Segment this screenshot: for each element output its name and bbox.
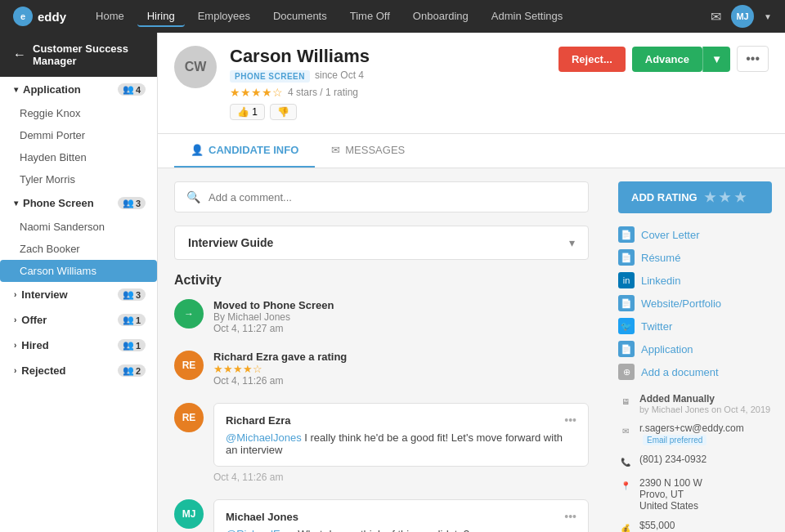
mail-icon[interactable]: ✉ (711, 9, 721, 25)
sidebar-stage-hired[interactable]: › Hired 👥 1 (0, 333, 157, 358)
added-manually-label: Added Manually (639, 393, 770, 405)
candidate-reggie-knox[interactable]: Reggie Knox (0, 102, 157, 124)
tab-content: 🔍 Interview Guide ▾ Activity → Moved to (158, 168, 785, 532)
sidebar-header[interactable]: ← Customer Success Manager (0, 33, 157, 77)
doc-link-cover-letter[interactable]: 📄 Cover Letter (618, 226, 772, 243)
user-avatar[interactable]: MJ (731, 5, 754, 28)
sidebar-stage-phone-screen[interactable]: ▾ Phone Screen 👥 3 (0, 190, 157, 216)
doc-link-portfolio[interactable]: 📄 Website/Portfolio (618, 295, 772, 311)
interview-guide-title: Interview Guide (188, 236, 273, 249)
nav-admin[interactable]: Admin Settings (482, 7, 572, 27)
candidate-hayden-bitten[interactable]: Hayden Bitten (0, 146, 157, 168)
candidate-naomi-sanderson[interactable]: Naomi Sanderson (0, 216, 157, 238)
candidate-carson-williams[interactable]: Carson Williams (0, 260, 157, 282)
meta-email: ✉ r.sagers+cw@eddy.com Email preferred (618, 422, 772, 445)
meta-email-content: r.sagers+cw@eddy.com Email preferred (639, 422, 744, 445)
sidebar-stage-offer[interactable]: › Offer 👥 1 (0, 307, 157, 333)
twitter-icon: 🐦 (618, 318, 635, 334)
stage-offer-count: 👥 1 (118, 314, 146, 326)
stage-arrow-phone-icon: ▾ (14, 199, 18, 208)
stage-hired-count: 👥 1 (118, 339, 146, 351)
activity-comment-header-mj: Michael Jones ••• (226, 510, 576, 523)
advance-button[interactable]: Advance (632, 47, 702, 72)
comment-box: 🔍 (174, 181, 589, 212)
stage-since: since Oct 4 (315, 69, 364, 81)
stage-phone-screen-count: 👥 3 (118, 197, 146, 209)
comment-more-options-re[interactable]: ••• (564, 414, 576, 427)
doc-link-twitter[interactable]: 🐦 Twitter (618, 318, 772, 334)
interview-guide[interactable]: Interview Guide ▾ (174, 226, 589, 260)
advance-dropdown-button[interactable]: ▼ (702, 47, 730, 72)
rating-actions: 👍 1 👎 (230, 104, 545, 120)
activity-item-rating: RE Richard Ezra gave a rating ★★★★☆ Oct … (174, 351, 589, 387)
logo-icon: e (13, 7, 33, 26)
activity-section: Activity → Moved to Phone Screen By Mich… (174, 273, 589, 532)
stage-offer-label: Offer (21, 314, 47, 326)
activity-item-comment-re: RE Richard Ezra ••• @MichaelJones I real… (174, 403, 589, 483)
address-line3: United States (639, 500, 702, 512)
main-content: CW Carson Williams PHONE SCREEN since Oc… (158, 33, 785, 532)
activity-content-mj: Michael Jones ••• @RichardEzra What do y… (213, 499, 589, 532)
people-icon-rejected: 👥 (123, 365, 134, 376)
chevron-down-icon[interactable]: ▼ (764, 12, 772, 21)
activity-moved-time: Oct 4, 11:27 am (213, 323, 589, 334)
candidate-zach-booker[interactable]: Zach Booker (0, 238, 157, 260)
meta-salary: 💰 $55,000 (618, 520, 772, 532)
activity-comment-box-mj: Michael Jones ••• @RichardEzra What do y… (213, 499, 589, 532)
stars-display: ★★★★☆ (230, 86, 283, 99)
back-arrow-icon[interactable]: ← (13, 47, 26, 62)
activity-item-moved: → Moved to Phone Screen By Michael Jones… (174, 299, 589, 334)
phone-icon: 📞 (618, 454, 633, 469)
people-icon-interview: 👥 (123, 289, 134, 300)
activity-comment-text-re: @MichaelJones I really think he'd be a g… (226, 431, 576, 456)
stage-arrow-rejected-icon: › (14, 366, 16, 375)
add-rating-button[interactable]: ADD RATING ★ ★ ★ (618, 181, 772, 213)
email-icon: ✉ (618, 423, 633, 438)
sidebar-stage-rejected[interactable]: › Rejected 👥 2 (0, 358, 157, 383)
doc-link-linkedin[interactable]: in Linkedin (618, 272, 772, 288)
logo[interactable]: e eddy (13, 7, 66, 26)
comment-more-options-mj[interactable]: ••• (564, 510, 576, 523)
activity-moved-by: By Michael Jones (213, 311, 589, 323)
activity-rating-title: Richard Ezra gave a rating (213, 351, 589, 363)
tab-candidate-info[interactable]: 👤 CANDIDATE INFO (174, 134, 315, 168)
messages-tab-icon: ✉ (331, 144, 340, 156)
tab-messages[interactable]: ✉ MESSAGES (315, 134, 421, 168)
meta-address: 📍 2390 N 100 W Provo, UT United States (618, 477, 772, 512)
candidate-info-header: Carson Williams PHONE SCREEN since Oct 4… (230, 46, 545, 120)
nav-documents[interactable]: Documents (263, 7, 337, 27)
candidate-tyler-morris[interactable]: Tyler Morris (0, 168, 157, 190)
nav-links: Home Hiring Employees Documents Time Off… (86, 7, 691, 27)
phone-number: (801) 234-0932 (639, 454, 706, 465)
more-options-button[interactable]: ••• (737, 46, 769, 72)
thumbs-up-button[interactable]: 👍 1 (230, 104, 265, 120)
nav-employees[interactable]: Employees (188, 7, 260, 27)
stage-interview-count: 👥 3 (118, 288, 146, 301)
reject-button[interactable]: Reject... (558, 47, 626, 72)
nav-home[interactable]: Home (86, 7, 134, 27)
nav-hiring[interactable]: Hiring (137, 7, 185, 27)
sidebar-stage-application[interactable]: ▾ Application 👥 4 (0, 77, 157, 102)
application-icon: 📄 (618, 341, 635, 357)
comment-input[interactable] (209, 191, 576, 203)
candidate-demmi-porter[interactable]: Demmi Porter (0, 124, 157, 146)
email-address: r.sagers+cw@eddy.com (639, 422, 744, 434)
nav-timeoff[interactable]: Time Off (340, 7, 400, 27)
activity-title: Activity (174, 273, 589, 288)
address-line2: Provo, UT (639, 489, 702, 500)
doc-link-add-document[interactable]: ⊕ Add a document (618, 364, 772, 380)
people-icon-hired: 👥 (123, 340, 134, 351)
nav-onboarding[interactable]: Onboarding (403, 7, 478, 27)
sidebar-stage-interview[interactable]: › Interview 👥 3 (0, 282, 157, 307)
stars-label: 4 stars / 1 rating (288, 87, 358, 98)
doc-link-resume[interactable]: 📄 Résumé (618, 249, 772, 266)
meta-added-manually: 🖥 Added Manually by Michael Jones on Oct… (618, 393, 772, 414)
meta-phone: 📞 (801) 234-0932 (618, 454, 772, 469)
stage-application-label: Application (23, 83, 81, 96)
activity-item-comment-mj: MJ Michael Jones ••• @RichardEzra What d… (174, 499, 589, 532)
salary-icon: 💰 (618, 521, 633, 532)
thumbs-down-button[interactable]: 👎 (270, 104, 297, 120)
right-panel: ADD RATING ★ ★ ★ 📄 Cover Letter 📄 Résumé… (605, 168, 785, 532)
candidate-avatar: CW (174, 46, 217, 88)
doc-link-application[interactable]: 📄 Application (618, 341, 772, 357)
